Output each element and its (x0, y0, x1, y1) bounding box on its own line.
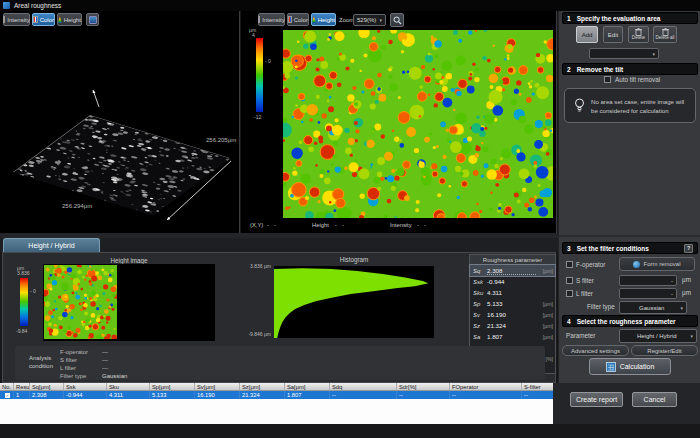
hi-scale-top: 3.836 (17, 271, 30, 276)
calculation-button[interactable]: Calculation (589, 358, 671, 375)
f-operator-checkbox[interactable] (566, 261, 573, 268)
3d-view-option-button[interactable] (86, 13, 99, 26)
add-area-button[interactable]: Add (576, 26, 598, 43)
analysis-f-operator: F-operator--- (60, 348, 127, 356)
roughness-parameter-title: Roughness parameter (470, 255, 555, 265)
analysis-l-filter: L filter--- (60, 364, 127, 372)
viewport-map: μm 4 - 0 -12 Intensity Color Height Zoom… (241, 11, 557, 233)
f-operator-label: F-operator (576, 262, 605, 268)
delete-all-areas-button[interactable]: Delete all (653, 26, 677, 43)
delete-area-button[interactable]: Delete (628, 26, 649, 43)
section2-header: 2Remove the tilt (562, 63, 698, 75)
color-icon (288, 16, 292, 23)
area-list-select[interactable]: ▾ (589, 48, 659, 59)
magnify-button[interactable] (390, 13, 404, 27)
parameter-select[interactable]: Height / Hybrid▾ (619, 329, 697, 343)
viewport-3d: 256.205μm 256.294μm Intensity Color Heig… (0, 11, 240, 233)
cancel-button[interactable]: Cancel (632, 392, 677, 407)
3d-height-button[interactable]: Height (57, 13, 82, 26)
l-filter-label: L filter (576, 291, 593, 297)
map-intensity-button[interactable]: Intensity (258, 13, 285, 26)
s-filter-checkbox[interactable] (566, 277, 573, 284)
histogram-top-label: 3.836 μm (231, 264, 271, 269)
row-checkbox[interactable]: ✓ (0, 391, 14, 399)
map-scale-top: 4 (252, 33, 255, 38)
section4-header: 4Select the roughness parameter (562, 315, 698, 327)
advanced-settings-button[interactable]: Advanced settings (562, 345, 629, 356)
roughness-row-sv[interactable]: Sv16.190[μm] (470, 309, 555, 320)
auto-tilt-checkbox[interactable] (604, 76, 611, 83)
section1-header: 1Specify the evaluation area (562, 12, 698, 24)
table-row[interactable]: ✓ 1 2.308 -0.944 4.311 5.133 16.190 21.3… (0, 391, 553, 399)
roughness-row-sa[interactable]: Sa1.807[μm] (470, 331, 555, 342)
height-icon (312, 16, 316, 23)
chevron-down-icon: ▾ (379, 17, 382, 23)
histogram-bottom-label: -9.846 μm (231, 332, 271, 337)
title-bar: Areal roughness (0, 0, 700, 11)
l-filter-input[interactable]: - (619, 288, 677, 299)
roughness-row-sz[interactable]: Sz21.324[μm] (470, 320, 555, 331)
histogram-plot (274, 266, 434, 338)
hint-line1: No area set case, entire image will (591, 99, 693, 105)
form-removal-icon (633, 261, 640, 268)
hi-scale-zero: - 0 (30, 289, 36, 294)
section3-header: 3Set the filter conditions ? (562, 242, 698, 254)
filter-type-label: Filter type (587, 304, 615, 310)
status-height-label: Height (312, 223, 329, 229)
analysis-label-1: Analysis (29, 355, 51, 361)
chevron-down-icon: ▾ (652, 51, 655, 57)
analysis-condition-box: Analysis condition F-operator--- S filte… (15, 346, 545, 380)
right-panel: 1Specify the evaluation area Add Edit De… (558, 11, 700, 383)
filter-type-select[interactable]: Gaussian▾ (619, 301, 687, 314)
roughness-row-ssk[interactable]: Ssk-0.944 (470, 276, 555, 287)
map-color-button[interactable]: Color (287, 13, 309, 26)
panel-divider (559, 235, 700, 237)
map-color-scale-bar (256, 38, 263, 112)
histogram-title: Histogram (274, 257, 434, 263)
3d-intensity-button[interactable]: Intensity (3, 13, 30, 26)
height-image[interactable] (44, 265, 117, 339)
tab-height-hybrid[interactable]: Height / Hybrid (3, 238, 100, 252)
s-filter-input[interactable]: - (619, 275, 677, 286)
parameter-label: Parameter (566, 333, 595, 339)
s-filter-unit: μm (682, 277, 691, 283)
form-removal-button[interactable]: Form removal (619, 257, 695, 271)
analysis-s-filter: S filter--- (60, 356, 127, 364)
roughness-row-sq[interactable]: Sq2.308[μm] (470, 265, 555, 276)
roughness-row-sku[interactable]: Sku4.311 (470, 287, 555, 298)
edit-area-button[interactable]: Edit (603, 26, 623, 43)
intensity-icon (3, 16, 5, 23)
magnifier-icon (393, 16, 402, 25)
app-window: Areal roughness 256.205μm 256.294μm Inte… (0, 0, 700, 438)
table-header: No. Result Sq[μm] Ssk Sku Sp[μm] Sv[μm] … (0, 383, 553, 391)
analysis-filter-type: Filter typeGaussian (60, 372, 127, 380)
s-filter-label: S filter (576, 278, 594, 284)
status-height-v1: - (335, 223, 337, 229)
chevron-down-icon: ▾ (690, 333, 693, 339)
create-report-button[interactable]: Create report (570, 392, 623, 407)
l-filter-checkbox[interactable] (566, 290, 573, 297)
color-icon (33, 16, 38, 23)
register-edit-button[interactable]: Register/Edit (631, 345, 698, 356)
3d-color-button[interactable]: Color (32, 13, 55, 26)
map-scale-bottom: -12 (254, 115, 261, 120)
footer-panel: Create report Cancel (553, 383, 700, 424)
status-xy-v2: - (274, 223, 276, 229)
status-xy-v1: - (267, 223, 269, 229)
3d-dimension-arrows (0, 11, 240, 233)
status-xy-label: (X,Y) (250, 223, 263, 229)
zoom-select[interactable]: 529(%)▾ (353, 14, 386, 26)
3d-dim-label-bottom: 256.294μm (62, 203, 92, 209)
roughness-row-sp[interactable]: Sp5.133[μm] (470, 298, 555, 309)
calculator-icon (606, 362, 616, 372)
map-height-button[interactable]: Height (311, 13, 336, 26)
tab-bar: Height / Hybrid (0, 238, 558, 252)
auto-tilt-label: Auto tilt removal (615, 77, 660, 83)
status-intensity-v2: - (424, 223, 426, 229)
hint-line2: be considered for calculation (591, 108, 693, 114)
height-color-map[interactable] (283, 30, 553, 218)
status-intensity-v1: - (417, 223, 419, 229)
help-button[interactable]: ? (684, 244, 693, 253)
status-intensity-label: Intensity (390, 223, 412, 229)
l-filter-unit: μm (682, 290, 691, 296)
